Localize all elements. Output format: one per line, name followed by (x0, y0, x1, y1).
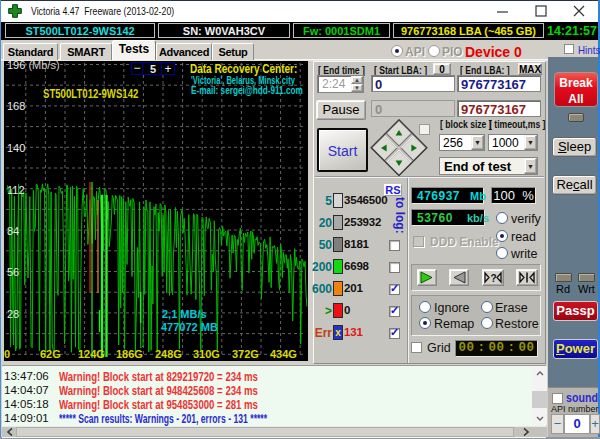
svg-text:?: ? (491, 273, 497, 284)
